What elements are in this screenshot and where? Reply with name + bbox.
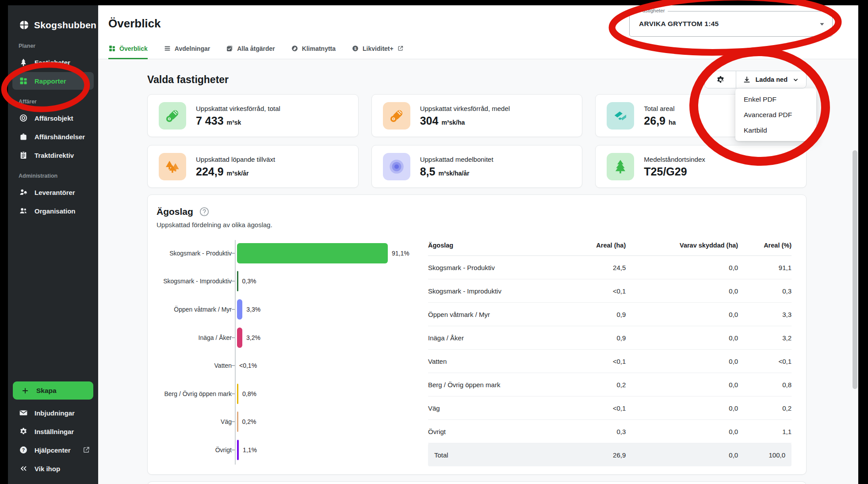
sidebar-item-label: Leverantörer xyxy=(34,189,75,196)
chart-category-label: Inäga / Åker xyxy=(157,334,232,341)
tab-label: Klimatnytta xyxy=(302,45,336,52)
main-content: Överblick ÖverblickAvdelningarAlla åtgär… xyxy=(98,5,858,484)
tab-label: Alla åtgärder xyxy=(237,45,275,52)
sidebar-item-rapporter[interactable]: Rapporter xyxy=(12,72,94,90)
tab-överblick[interactable]: Överblick xyxy=(108,45,148,59)
chart-row: Vatten<0,1% xyxy=(157,351,422,380)
stat-icon-tile xyxy=(159,102,186,130)
table-cell: Öppen våtmark / Myr xyxy=(428,303,569,326)
chart-category-label: Skogsmark - Improduktiv xyxy=(157,278,232,285)
table-total-cell: 100,0 xyxy=(738,443,792,467)
menu-item-kartbild[interactable]: Kartbild xyxy=(735,122,816,138)
stat-icon-tile xyxy=(607,102,634,130)
property-select-label: Fastigheter xyxy=(637,8,668,13)
sidebar-item-hjälpcenter[interactable]: ?Hjälpcenter xyxy=(8,441,98,459)
agoslag-table: ÄgoslagAreal (ha)Varav skyddad (ha)Areal… xyxy=(428,239,792,466)
app-logo[interactable]: Skogshubben xyxy=(8,5,98,30)
globe-icon xyxy=(291,45,298,52)
stat-unit: m³sk/ha xyxy=(441,119,465,126)
stat-text: Total areal26,9ha xyxy=(644,105,676,126)
stat-icon-tile xyxy=(383,102,410,130)
download-icon xyxy=(743,76,751,84)
question-circle-icon[interactable] xyxy=(199,206,210,217)
sidebar-section-label: Planer xyxy=(8,35,98,53)
log-icon xyxy=(389,108,405,124)
stat-text: Uppskattat virkesförråd, total7 433m³sk xyxy=(196,105,280,126)
table-total-cell: Total xyxy=(428,443,569,467)
chevron-down-icon xyxy=(792,76,799,84)
caret-down-icon[interactable] xyxy=(817,19,827,29)
sidebar-item-inbjudningar[interactable]: Inbjudningar xyxy=(8,404,98,422)
table-row: Skogsmark - Improduktiv<0,10,00,3 xyxy=(428,279,792,303)
list-icon xyxy=(164,45,171,52)
table-row: Öppen våtmark / Myr0,90,03,3 xyxy=(428,303,792,326)
stat-icon-tile xyxy=(159,153,186,180)
customize-report-button[interactable] xyxy=(705,71,736,88)
stat-value: 26,9ha xyxy=(644,115,676,126)
table-column-header: Areal (ha) xyxy=(569,239,626,256)
stat-value: 224,9m³sk/år xyxy=(196,166,275,177)
scrollbar-thumb[interactable] xyxy=(853,150,857,389)
menu-item-enkel-pdf[interactable]: Enkel PDF xyxy=(735,91,816,107)
stat-label: Medelståndortsindex xyxy=(644,156,705,163)
table-row: Skogsmark - Produktiv24,50,091,1 xyxy=(428,256,792,279)
skogshubben-leaf-icon xyxy=(19,19,30,30)
tab-klimatnytta[interactable]: Klimatnytta xyxy=(291,45,336,59)
chart-category-label: Berg / Övrig öppen mark xyxy=(157,390,232,397)
tab-avdelningar[interactable]: Avdelningar xyxy=(164,45,210,59)
sidebar-item-leverantörer[interactable]: Leverantörer xyxy=(12,183,94,201)
table-cell: 0,8 xyxy=(738,373,792,396)
stat-card: Uppskattat virkesförråd, total7 433m³sk xyxy=(147,94,359,137)
table-cell: 0,9 xyxy=(569,303,626,326)
download-button[interactable]: Ladda ned xyxy=(736,71,806,88)
sidebar-item-label: Organisation xyxy=(34,207,76,215)
stat-unit: m³sk/ha/år xyxy=(438,170,469,177)
table-cell: 0,0 xyxy=(626,396,738,420)
table-cell: Väg xyxy=(428,396,569,420)
sidebar-item-vik-ihop[interactable]: Vik ihop xyxy=(8,459,98,478)
checkbox-icon xyxy=(226,45,233,52)
chart-row: Övrigt1,1% xyxy=(157,436,422,464)
people-icon xyxy=(19,206,28,215)
sidebar-item-traktdirektiv[interactable]: Traktdirektiv xyxy=(12,146,94,164)
gear-edit-icon xyxy=(716,75,725,84)
chart-value-label: 3,3% xyxy=(246,306,260,313)
sidebar-item-organisation[interactable]: Organisation xyxy=(12,202,94,220)
table-cell: Övrigt xyxy=(428,420,569,443)
chart-value-label: <0,1% xyxy=(239,362,257,369)
table-cell: 0,0 xyxy=(626,256,738,279)
agoslag-table-wrap: ÄgoslagAreal (ha)Varav skyddad (ha)Areal… xyxy=(428,239,792,466)
sidebar-spacer xyxy=(8,221,98,381)
create-button[interactable]: Skapa xyxy=(13,381,93,400)
sidebar-item-label: Hjälpcenter xyxy=(34,446,71,454)
sidebar-item-label: Inställningar xyxy=(34,428,74,435)
sidebar-item-affärshändelser[interactable]: Affärshändelser xyxy=(12,128,94,145)
section-heading: Valda fastigheter xyxy=(147,74,229,86)
table-row: Inäga / Åker0,90,03,2 xyxy=(428,326,792,350)
tab-label: Avdelningar xyxy=(175,45,210,52)
menu-item-avancerad-pdf[interactable]: Avancerad PDF xyxy=(735,107,816,122)
stat-text: Uppskattad medelbonitet8,5m³sk/ha/år xyxy=(420,156,493,177)
stat-label: Uppskattat virkesförråd, total xyxy=(196,105,280,112)
target-icon xyxy=(19,114,28,122)
tab-likviditet+[interactable]: $Likviditet+ xyxy=(352,45,404,59)
chart-value-label: 0,2% xyxy=(242,418,256,425)
property-select[interactable]: Fastigheter ARVIKA GRYTTOM 1:45 xyxy=(629,11,833,37)
chart-category-label: Väg xyxy=(157,418,232,425)
sidebar-item-inställningar[interactable]: Inställningar xyxy=(8,422,98,441)
chart-bar xyxy=(237,328,242,348)
section-header-row: Valda fastigheter Ladda ned xyxy=(147,71,807,88)
toolbar-button-group: Ladda ned xyxy=(704,71,807,88)
chart-bar xyxy=(237,384,238,404)
sidebar-item-fastigheter[interactable]: Fastigheter xyxy=(12,53,94,71)
chart-row: Inäga / Åker3,2% xyxy=(157,324,422,352)
stat-value: 8,5m³sk/ha/år xyxy=(420,166,493,177)
chart-category-label: Skogsmark - Produktiv xyxy=(157,250,232,257)
table-cell: 0,3 xyxy=(569,420,626,443)
tab-bar: ÖverblickAvdelningarAlla åtgärderKlimatn… xyxy=(108,45,404,59)
help-circle-icon: ? xyxy=(19,446,28,454)
table-cell: <0,1 xyxy=(569,396,626,420)
tab-alla-åtgärder[interactable]: Alla åtgärder xyxy=(226,45,275,59)
sidebar-item-affärsobjekt[interactable]: Affärsobjekt xyxy=(12,109,94,127)
dashboard-grid-icon xyxy=(108,45,116,52)
